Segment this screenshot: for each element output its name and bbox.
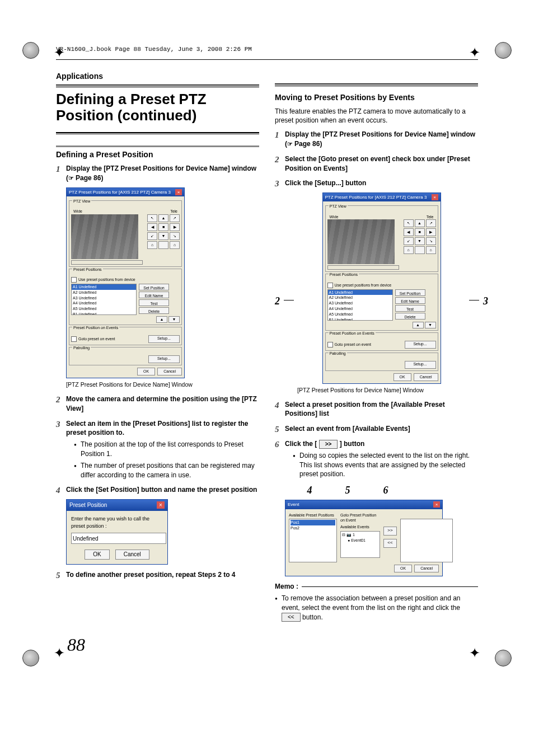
page-number: 88 xyxy=(67,635,85,655)
move-right-button[interactable]: >> xyxy=(383,527,397,536)
right-step-1-tail: ) xyxy=(320,140,322,148)
move-left-inline-icon: << xyxy=(282,613,301,622)
right-step-6: Click the [ >> ] button Doing so copies … xyxy=(275,439,478,576)
callout-5: 5 xyxy=(342,483,353,497)
move-left-button[interactable]: << xyxy=(383,539,397,548)
header-rule xyxy=(56,59,478,60)
preset-positions-label: Preset Positions xyxy=(72,267,103,271)
edit-name-button-r[interactable]: Edit Name xyxy=(395,297,425,304)
goto-preset-checkbox-r[interactable] xyxy=(327,342,333,348)
cancel-button[interactable]: Cancel xyxy=(157,368,182,375)
edit-name-button[interactable]: Edit Name xyxy=(139,292,169,298)
setup-button-patrol[interactable]: Setup... xyxy=(148,355,180,363)
hand-icon: ☞ xyxy=(68,175,76,181)
memo-bullet: To remove the association between a pres… xyxy=(275,594,478,622)
list-reorder[interactable]: ▲▼ xyxy=(71,316,180,323)
left-column: Applications Defining a Preset PTZ Posit… xyxy=(56,71,259,625)
win-title: PTZ Preset Positions for [AXIS 212 PTZ] … xyxy=(69,189,171,195)
win-titlebar-r: PTZ Preset Positions for [AXIS 212 PTZ] … xyxy=(323,193,441,201)
callout-2: 2 xyxy=(275,294,280,308)
patrolling-label-r: Patrolling xyxy=(329,351,347,355)
left-step-5: To define another preset position, repea… xyxy=(56,570,259,580)
preset-name-input[interactable] xyxy=(71,533,166,544)
memo-rule xyxy=(302,586,478,587)
set-position-button-r[interactable]: Set Position xyxy=(395,289,425,296)
left-step-3-b1: The position at the top of the list corr… xyxy=(74,440,259,459)
assigned-events-list[interactable] xyxy=(400,519,453,562)
section-label: Applications xyxy=(56,71,259,82)
setup-button-patrol-r[interactable]: Setup... xyxy=(405,361,436,369)
event-close-icon[interactable]: × xyxy=(433,501,440,508)
figure-event-window: 4 5 6 Event × xyxy=(285,483,478,576)
dialog-cancel-button[interactable]: Cancel xyxy=(115,550,149,560)
memo-label: Memo : xyxy=(275,582,298,591)
tele-label: Tele xyxy=(170,209,177,214)
left-step-5-text: To define another preset position, repea… xyxy=(66,571,236,579)
figure2-caption: [PTZ Preset Positions for Device Name] W… xyxy=(297,386,478,395)
setup-button-events-r[interactable]: Setup... xyxy=(405,341,436,349)
subhead-defining: Defining a Preset Position xyxy=(56,145,259,161)
pp-on-events-label-r: Preset Position on Events xyxy=(329,331,376,335)
list-reorder-r[interactable]: ▲▼ xyxy=(327,322,436,328)
available-events-tree[interactable]: ⊟ 📷 1 ● Event01 xyxy=(340,531,380,558)
use-device-label: Use preset positions from device xyxy=(78,278,135,281)
use-device-checkbox[interactable] xyxy=(71,277,77,283)
wide-label: Wide xyxy=(73,209,82,214)
callout-3: 3 xyxy=(483,294,488,308)
ok-button-r[interactable]: OK xyxy=(394,373,411,381)
right-step-6b: ] button xyxy=(338,440,364,448)
close-icon-r[interactable]: × xyxy=(432,194,438,200)
greybar-left xyxy=(56,84,259,88)
crop-circle-tr xyxy=(495,42,512,59)
right-step-5: Select an event from [Available Events] xyxy=(275,424,478,434)
left-step-2-text: Move the camera and determine the positi… xyxy=(66,395,257,412)
ptz-view-label-r: PTZ View xyxy=(329,204,348,208)
zoom-slider-r[interactable] xyxy=(327,265,399,270)
close-icon[interactable]: × xyxy=(175,189,182,195)
left-step-3-b2: The number of preset positions that can … xyxy=(74,461,259,480)
ptz-arrows-r[interactable]: ↖▲↗ ◀■▶ ↙▼↘ ⌂⌂ xyxy=(404,219,436,270)
goto-preset-label-r: Goto preset on event xyxy=(335,342,371,346)
avail-pp-label: Available Preset Positions xyxy=(289,513,337,518)
right-step-6a: Click the [ xyxy=(285,440,319,448)
left-step-4: Click the [Set Position] button and name… xyxy=(56,485,259,565)
right-column: Moving to Preset Positions by Events Thi… xyxy=(275,71,478,625)
camera-view[interactable] xyxy=(71,214,138,259)
use-device-label-r: Use preset positions from device xyxy=(335,283,392,287)
right-step-4-text: Select a preset position from the [Avail… xyxy=(285,401,445,418)
event-ok-button[interactable]: OK xyxy=(394,565,412,572)
zoom-slider[interactable] xyxy=(71,260,143,265)
camera-view-r[interactable] xyxy=(327,219,395,264)
ok-button[interactable]: OK xyxy=(137,368,155,375)
page-title-l1: Defining a Preset PTZ xyxy=(56,91,207,107)
test-button[interactable]: Test xyxy=(139,299,169,306)
set-position-button[interactable]: Set Position xyxy=(139,284,169,290)
patrolling-label: Patrolling xyxy=(72,346,91,350)
callout-4: 4 xyxy=(304,483,315,497)
page-title: Defining a Preset PTZ Position (continue… xyxy=(56,90,259,134)
available-preset-list[interactable]: Pos1 Pos2 xyxy=(289,519,337,562)
right-step-3: Click the [Setup...] button 2 3 PTZ Pres… xyxy=(275,179,478,394)
dialog-prompt: Enter the name you wish to call the pres… xyxy=(71,515,163,529)
crop-mark-tr: ✦ xyxy=(469,45,480,60)
dialog-ok-button[interactable]: OK xyxy=(85,550,109,560)
use-device-checkbox-r[interactable] xyxy=(327,283,333,288)
test-button-r[interactable]: Test xyxy=(395,305,425,312)
crop-mark-tl: ✦ xyxy=(54,45,65,60)
right-step-1: Display the [PTZ Preset Positions for De… xyxy=(275,130,478,149)
preset-list[interactable]: A1 Undefined A2 Undefined A3 Undefined A… xyxy=(71,284,137,315)
ptz-arrows[interactable]: ↖▲↗ ◀■▶ ↙▼↘ ⌂⌂ xyxy=(147,214,180,265)
delete-button[interactable]: Delete xyxy=(139,307,169,314)
preset-list-r[interactable]: A1 Undefined A2 Undefined A3 Undefined A… xyxy=(327,289,393,321)
crop-mark-bl: ✦ xyxy=(54,645,65,661)
event-cancel-button[interactable]: Cancel xyxy=(414,565,439,572)
figure-preset-dialog: Preset Position × Enter the name you wis… xyxy=(66,499,259,565)
setup-button-events[interactable]: Setup... xyxy=(148,335,180,343)
win-title-r: PTZ Preset Positions for [AXIS 212 PTZ] … xyxy=(325,194,427,200)
goto-preset-checkbox[interactable] xyxy=(71,336,77,342)
cancel-button-r[interactable]: Cancel xyxy=(414,373,438,381)
dialog-close-icon[interactable]: × xyxy=(157,501,165,509)
goto-preset-label: Goto preset on event xyxy=(78,337,115,341)
delete-button-r[interactable]: Delete xyxy=(395,313,425,320)
left-step-3-text: Select an item in the [Preset Positions]… xyxy=(66,420,248,437)
